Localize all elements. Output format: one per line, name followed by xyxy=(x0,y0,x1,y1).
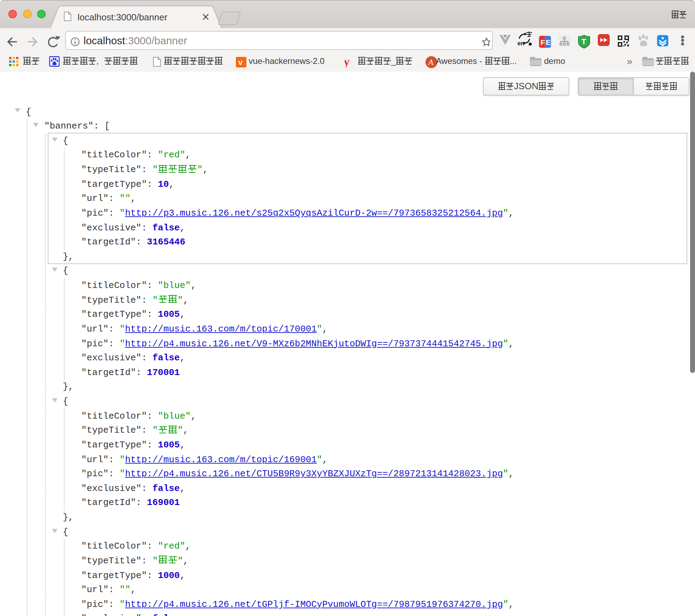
svg-text:v: v xyxy=(238,58,243,66)
svg-text:A: A xyxy=(427,57,433,66)
svg-text:E: E xyxy=(546,38,551,46)
svg-text:F: F xyxy=(541,38,545,46)
svg-text:T: T xyxy=(581,37,586,46)
svg-text:y: y xyxy=(345,56,350,67)
